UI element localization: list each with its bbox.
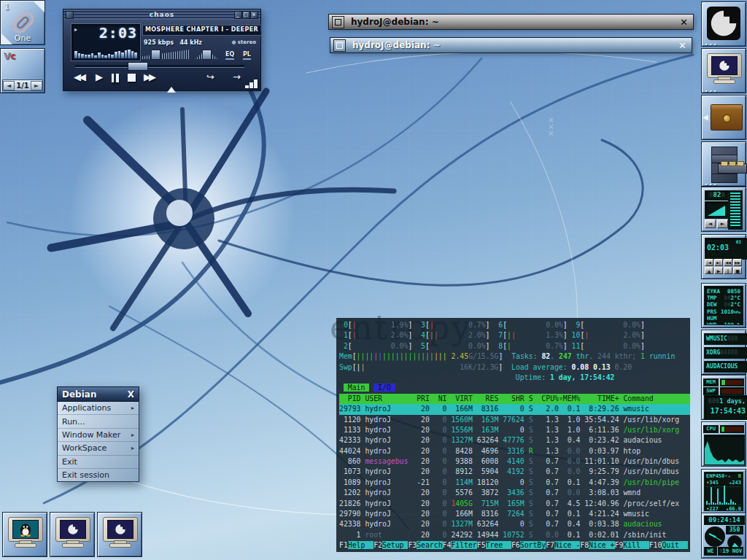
dock-clock[interactable]: 09:24:14 350 WE 819 NOV: [701, 513, 746, 559]
process-row[interactable]: 1202 hydroJ 20 0 5576 3872 3436 S 0.7 0.…: [339, 488, 690, 498]
play-button[interactable]: ▶: [96, 71, 101, 82]
tab-io[interactable]: I/O: [374, 384, 395, 392]
fkey-F1[interactable]: F1: [339, 541, 348, 549]
fkey-label[interactable]: Help: [348, 541, 374, 549]
fkey-label[interactable]: Quit: [662, 541, 687, 549]
dock-wmtop[interactable]: WMUSIC888 XORG88888 AUDACIOUS: [701, 330, 746, 375]
seek-handle[interactable]: [128, 62, 148, 71]
fkey-label[interactable]: Kill: [623, 541, 649, 549]
player-close-button[interactable]: ×: [250, 11, 258, 19]
player-menu-button[interactable]: [66, 11, 74, 19]
fkey-F7[interactable]: F7: [546, 541, 554, 549]
tab-main[interactable]: Main: [344, 384, 369, 392]
dock-icon-terminal[interactable]: ...: [701, 48, 746, 93]
balance-handle[interactable]: [202, 50, 212, 60]
pause-button[interactable]: [112, 74, 119, 82]
miniwindow-console[interactable]: [2, 512, 47, 557]
process-row[interactable]: 29793 hydroJ 20 0 166M 8316 0 S 2.0 0.1 …: [339, 404, 690, 414]
close-icon[interactable]: ✕: [678, 40, 686, 51]
fkey-F5[interactable]: F5: [477, 541, 486, 549]
eject-button[interactable]: [167, 73, 176, 87]
dock-mixer[interactable]: 8828 ◄ ►: [701, 187, 746, 232]
menu-titlebar[interactable]: Debian X: [57, 386, 139, 402]
process-row[interactable]: 42338 hydroJ 20 0 1327M 63264 0 S 0.7 0.…: [339, 519, 690, 529]
wmusic-stop-button[interactable]: ■: [733, 267, 742, 274]
volume-handle[interactable]: [151, 50, 160, 60]
menu-item-window-maker[interactable]: Window Maker▸: [58, 429, 139, 442]
wmusic-play-button[interactable]: ▶: [714, 267, 723, 274]
fkey-F10[interactable]: F10: [649, 541, 662, 549]
fkey-F3[interactable]: F3: [408, 541, 417, 549]
process-row[interactable]: 21826 hydroJ 20 0 1405G 715M 165M S 0.7 …: [339, 499, 690, 509]
fkey-label[interactable]: Filter: [451, 541, 476, 549]
terminal-window-2[interactable]: hydroJ@debian: ~ ✕: [330, 37, 692, 53]
process-row[interactable]: 1133 hydroJ 20 0 1556M 163M 0 S 1.3 1.0 …: [339, 425, 690, 435]
process-row[interactable]: 1120 hydroJ 20 0 1560M 163M 77624 S 1.3 …: [339, 415, 690, 425]
terminal-window-1[interactable]: hydroJ@debian: ~ ✕: [328, 14, 694, 30]
menu-item-exit-session[interactable]: Exit session: [58, 469, 139, 481]
dock-netmon[interactable]: ENP4S0▾▴B ▾345 ▴243 ▾227 ▴66.0: [701, 469, 746, 514]
seek-bar[interactable]: [75, 65, 244, 68]
miniaturize-button[interactable]: [333, 39, 346, 52]
volume-slider[interactable]: [142, 50, 189, 59]
dock-memmon[interactable]: MEM SWP 0001 days, 17:54:43: [701, 375, 746, 420]
menu-item-run[interactable]: Run...: [58, 415, 139, 428]
miniwindow-terminal-2[interactable]: [97, 512, 142, 557]
fkey-label[interactable]: Nice -: [554, 541, 580, 549]
miniaturize-button[interactable]: [332, 16, 344, 28]
pager-tile[interactable]: Vc ◄ 1/1 ►: [0, 48, 45, 93]
wmusic-next-button[interactable]: ▶|: [714, 259, 723, 266]
wmusic-eject-button[interactable]: ▲: [705, 267, 713, 274]
fkey-F6[interactable]: F6: [511, 541, 520, 549]
process-row[interactable]: 1073 hydroJ 20 0 8912 5904 4192 S 0.7 0.…: [339, 467, 690, 477]
fkey-label[interactable]: Tree: [486, 541, 511, 549]
repeat-button[interactable]: →: [233, 71, 241, 82]
wmusic-pause-button[interactable]: ∥: [724, 267, 732, 274]
dock-icon-wmaker[interactable]: ...: [701, 1, 746, 47]
process-row[interactable]: 42333 hydroJ 20 0 1327M 63264 47776 S 1.…: [339, 435, 690, 446]
process-row[interactable]: 1089 hydroJ -21 0 114M 18120 0 S 0.7 0.1…: [339, 478, 690, 488]
pager-prev-button[interactable]: ◄: [3, 81, 15, 90]
menu-item-applications[interactable]: Applications▸: [58, 402, 139, 415]
dock-weather[interactable]: EYKA 0850 TMP 882°C DEW 882°C PRS 1010hP…: [701, 283, 746, 328]
fkey-F9[interactable]: F9: [615, 541, 624, 549]
process-row[interactable]: 44024 hydroJ 20 0 8428 4696 3316 R 1.3 0…: [339, 446, 690, 456]
miniwindow-terminal-1[interactable]: [50, 512, 95, 557]
previous-button[interactable]: ◀◀: [74, 71, 84, 82]
fkey-F8[interactable]: F8: [580, 541, 589, 549]
menu-item-exit[interactable]: Exit: [58, 456, 139, 469]
fkey-label[interactable]: Nice +: [589, 541, 614, 549]
wmusic-forward-button[interactable]: ▶▶: [733, 259, 742, 266]
fkey-F4[interactable]: F4: [443, 541, 452, 549]
wmusic-rewind-button[interactable]: ◀◀: [724, 259, 732, 266]
fkey-F2[interactable]: F2: [374, 541, 382, 549]
next-button[interactable]: ▶▶: [144, 71, 154, 82]
fkey-label[interactable]: Setup: [382, 541, 408, 549]
player-shade-button[interactable]: □: [242, 11, 250, 19]
shuffle-button[interactable]: ↪: [206, 71, 214, 82]
dock-icon-drawer[interactable]: ◀: [701, 95, 746, 140]
dock-icon-file-cabinet[interactable]: ...: [701, 141, 746, 187]
pager-next-button[interactable]: ►: [31, 81, 42, 90]
close-icon[interactable]: ✕: [680, 17, 688, 28]
workspace-clip[interactable]: 1 One: [0, 0, 45, 45]
equalizer-button[interactable]: EQ: [225, 51, 234, 60]
menu-item-workspace[interactable]: WorkSpace▸: [58, 442, 139, 455]
fkey-label[interactable]: Search: [417, 541, 442, 549]
playlist-button[interactable]: PL: [243, 51, 251, 60]
player-titlebar[interactable]: chaos _ □ ×: [63, 9, 260, 20]
stop-button[interactable]: [128, 74, 136, 82]
process-row[interactable]: 29790 hydroJ 20 0 166M 8316 7264 S 0.7 0…: [339, 509, 690, 519]
resize-grip-icon[interactable]: [245, 79, 258, 88]
dock-wmusic[interactable]: 02:03 03 8BLUE8 ↻ |◀ ▶| ◀◀ ▶▶ ▲ ▶ ∥ ■: [701, 234, 746, 279]
process-row[interactable]: 1 root 20 0 24292 14944 10752 S 0.0 0.1 …: [339, 530, 690, 540]
mixer-volume-ramp[interactable]: [705, 201, 729, 219]
process-row[interactable]: 860 messagebus 20 0 9388 6008 4140 S 0.7…: [339, 456, 690, 467]
menu-close-icon[interactable]: X: [128, 389, 134, 400]
mixer-prev-button[interactable]: ◄: [705, 219, 716, 228]
fkey-label[interactable]: SortBy: [520, 541, 546, 549]
player-minimize-button[interactable]: _: [234, 11, 242, 19]
drawer-arrow-icon[interactable]: ◀: [703, 113, 708, 121]
mixer-next-button[interactable]: ►: [717, 219, 728, 228]
wmusic-prev-button[interactable]: |◀: [705, 259, 713, 266]
